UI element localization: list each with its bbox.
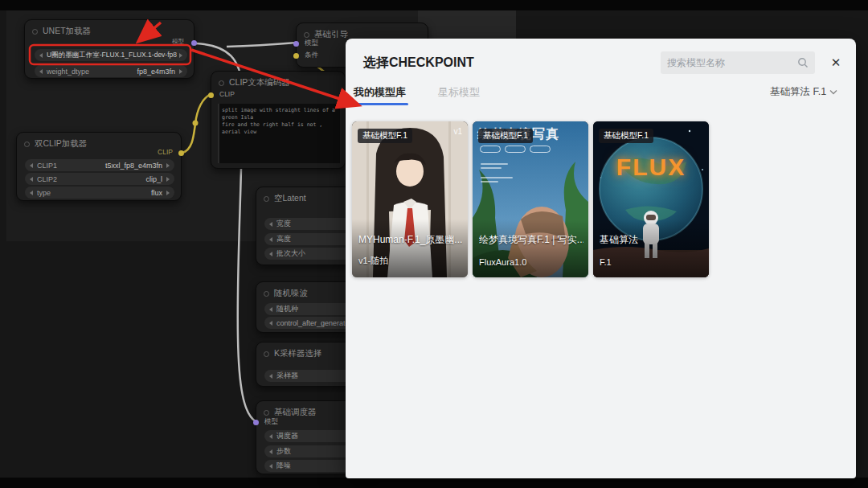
top-black-strip (0, 0, 868, 10)
next-arrow-icon[interactable] (179, 53, 182, 58)
node-dualclip-loader[interactable]: 双CLIP加载器 CLIP CLIP1 t5xxl_fp8_e4m3fn CLI… (16, 132, 182, 201)
node-title-bar[interactable]: 双CLIP加载器 (17, 133, 181, 152)
widget-label: CLIP1 (37, 162, 57, 170)
prev-arrow-icon[interactable] (269, 222, 272, 227)
prev-arrow-icon[interactable] (269, 307, 272, 312)
filter-label: 基础算法 F.1 (770, 85, 826, 99)
prev-arrow-icon[interactable] (269, 237, 272, 242)
collapse-dot-icon[interactable] (304, 32, 309, 38)
widget-label: 步数 (276, 446, 291, 457)
collapse-dot-icon[interactable] (24, 141, 30, 147)
collapse-dot-icon[interactable] (264, 291, 269, 297)
widget-value: clip_l (141, 175, 162, 183)
card-subtitle: v1-随拍 (358, 255, 388, 267)
type-widget[interactable]: type flux (25, 187, 174, 199)
output-label: 模型 (172, 38, 184, 46)
input-label: 模型 (305, 39, 318, 48)
dialog-title: 选择CHECKPOINT (363, 55, 474, 72)
collapse-dot-icon[interactable] (264, 351, 269, 357)
conditioning-input-port[interactable] (293, 53, 299, 59)
base-algorithm-filter[interactable]: 基础算法 F.1 (770, 85, 837, 99)
node-title-bar[interactable]: CLIP文本编码器 (211, 72, 345, 91)
unet-name-widget[interactable]: U圈的墨幽工作室-FLUX.1_FLUX.1-dev-fp8 (35, 49, 187, 61)
prev-arrow-icon[interactable] (269, 252, 272, 256)
node-unet-loader[interactable]: UNET加载器 模型 U圈的墨幽工作室-FLUX.1_FLUX.1-dev-fp… (24, 19, 194, 79)
next-arrow-icon[interactable] (179, 69, 182, 74)
clip-output-port[interactable] (178, 150, 184, 156)
prev-arrow-icon[interactable] (39, 69, 43, 74)
input-label: 条件 (305, 51, 318, 60)
prev-arrow-icon[interactable] (269, 321, 272, 326)
thumbnail-tag-pills (480, 146, 551, 153)
node-title: 随机噪波 (274, 288, 308, 299)
clip-input-port[interactable] (208, 92, 214, 98)
widget-label: 调度器 (276, 431, 298, 441)
prev-arrow-icon[interactable] (269, 449, 272, 454)
widget-label: 宽度 (276, 219, 291, 229)
node-title: 双CLIP加载器 (35, 138, 87, 150)
input-label: 模型 (264, 417, 278, 427)
node-title: CLIP文本编码器 (229, 77, 290, 88)
prev-arrow-icon[interactable] (269, 464, 272, 469)
widget-label: 降噪 (276, 461, 291, 471)
card-title: 绘梦真境写真F.1 | 写实... (479, 233, 583, 247)
prev-arrow-icon[interactable] (30, 177, 33, 182)
prompt-line: split image with straight lines of a gre… (222, 107, 338, 121)
node-editor-canvas[interactable]: UNET加载器 模型 U圈的墨幽工作室-FLUX.1_FLUX.1-dev-fp… (0, 0, 868, 488)
node-title: 基础引导 (314, 29, 348, 40)
collapse-dot-icon[interactable] (32, 29, 38, 35)
tab-my-model-library[interactable]: 我的模型库 (354, 85, 406, 100)
collapse-dot-icon[interactable] (264, 410, 269, 416)
node-title-bar[interactable]: UNET加载器 (25, 20, 194, 39)
unet-name-value: U圈的墨幽工作室-FLUX.1_FLUX.1-dev-fp8 (47, 51, 177, 60)
model-input-port[interactable] (293, 41, 299, 47)
card-version-tag: v1 (453, 127, 462, 136)
model-card-base-algorithm[interactable]: FLUX 基础模型F.1 基础算法 F.1 (593, 121, 709, 277)
prev-arrow-icon[interactable] (269, 434, 272, 439)
model-input-port[interactable] (253, 420, 259, 425)
next-arrow-icon[interactable] (166, 191, 170, 195)
prev-arrow-icon[interactable] (30, 163, 33, 168)
card-badge: 基础模型F.1 (478, 129, 533, 143)
next-arrow-icon[interactable] (166, 163, 170, 168)
node-clip-text-encoder[interactable]: CLIP文本编码器 CLIP split image with straight… (211, 71, 346, 169)
model-search-box[interactable] (661, 51, 815, 74)
close-icon[interactable]: ✕ (826, 53, 845, 72)
active-tab-underline (352, 103, 408, 105)
prev-arrow-icon[interactable] (30, 191, 33, 195)
thumbnail-flux-text: FLUX (593, 154, 709, 181)
widget-label: weight_dtype (47, 68, 89, 76)
widget-value: fp8_e4m3fn (132, 68, 175, 76)
model-card-huimeng[interactable]: 绘梦真境写真 基础模型F.1 绘梦真境写真F.1 | 写实... FluxAur… (473, 121, 588, 277)
prev-arrow-icon[interactable] (269, 374, 272, 379)
tag-pill (505, 146, 526, 153)
weight-dtype-widget[interactable]: weight_dtype fp8_e4m3fn (35, 65, 187, 77)
model-card-myhuman[interactable]: 基础模型F.1 v1 MYHuman-F.1_原墨幽... v1-随拍 (352, 121, 468, 277)
thumbnail-fine-print (481, 163, 513, 185)
bottom-black-strip (0, 478, 868, 488)
clip1-widget[interactable]: CLIP1 t5xxl_fp8_e4m3fn (25, 159, 174, 171)
node-title: K采样器选择 (274, 348, 322, 359)
next-arrow-icon[interactable] (166, 177, 170, 182)
card-title: 基础算法 (600, 233, 704, 247)
widget-label: 随机种 (276, 304, 298, 314)
collapse-dot-icon[interactable] (264, 196, 269, 202)
collapse-dot-icon[interactable] (219, 80, 224, 86)
widget-value: flux (146, 189, 162, 197)
card-title: MYHuman-F.1_原墨幽... (358, 233, 463, 247)
tab-starred-models[interactable]: 星标模型 (438, 85, 480, 100)
search-icon (797, 57, 809, 68)
widget-label: 高度 (276, 234, 291, 244)
model-output-port[interactable] (191, 40, 197, 46)
widget-value: t5xxl_fp8_e4m3fn (100, 162, 162, 170)
prompt-textarea[interactable]: split image with straight lines of a gre… (218, 104, 340, 163)
tab-label: 星标模型 (438, 86, 480, 98)
clip2-widget[interactable]: CLIP2 clip_l (25, 173, 174, 185)
output-label: CLIP (158, 148, 173, 156)
search-input[interactable] (667, 57, 797, 68)
tag-pill (530, 146, 551, 153)
prompt-line: fire and the right half is not , aerial … (222, 121, 338, 136)
card-gradient (352, 219, 468, 277)
tag-pill (480, 146, 501, 153)
prev-arrow-icon[interactable] (39, 53, 43, 58)
